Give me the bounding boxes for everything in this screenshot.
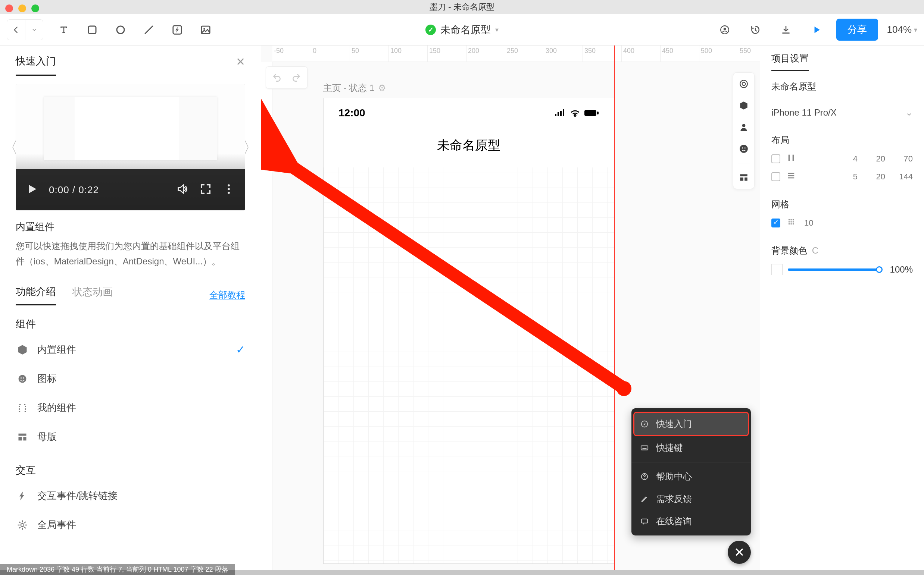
- zoom-level[interactable]: 104%▾: [887, 24, 918, 35]
- undo-button[interactable]: [268, 69, 285, 86]
- download-icon[interactable]: [775, 19, 797, 41]
- help-item-shortcuts[interactable]: 快捷键: [631, 437, 751, 459]
- circle-tool-button[interactable]: [110, 19, 131, 41]
- list-item-builtin[interactable]: 内置组件 ✓: [11, 335, 250, 364]
- ruler-tick: 350: [583, 46, 622, 62]
- redo-button[interactable]: [288, 69, 305, 86]
- svg-rect-42: [788, 178, 795, 179]
- svg-rect-14: [19, 437, 22, 440]
- help-item-quickstart[interactable]: 快速入门: [634, 413, 748, 435]
- back-menu-button[interactable]: [25, 20, 43, 40]
- bolt-icon: [16, 491, 29, 501]
- cube-icon[interactable]: [736, 98, 751, 113]
- more-icon[interactable]: [222, 183, 235, 197]
- ruler-tick: 500: [699, 46, 738, 62]
- section-interaction-title: 交互: [16, 464, 245, 477]
- svg-point-49: [789, 223, 790, 225]
- share-button[interactable]: 分享: [836, 19, 878, 41]
- layout-row-rows[interactable]: 5 20 144: [771, 172, 913, 182]
- help-item-chat[interactable]: 在线咨询: [631, 510, 751, 532]
- ruler-tick: 450: [661, 46, 699, 62]
- account-icon[interactable]: [714, 19, 736, 41]
- compass-icon: [640, 420, 649, 428]
- bgcolor-row[interactable]: 100%: [771, 264, 913, 275]
- list-item-icons[interactable]: 图标: [11, 364, 250, 393]
- checkbox-checked[interactable]: [771, 219, 780, 227]
- layout-row-columns[interactable]: 4 20 70: [771, 154, 913, 164]
- svg-rect-0: [88, 26, 96, 33]
- fullscreen-icon[interactable]: [199, 183, 212, 197]
- device-page-title: 未命名原型: [323, 128, 614, 167]
- list-item-global-event[interactable]: 全局事件: [11, 510, 250, 540]
- rectangle-tool-button[interactable]: [81, 19, 103, 41]
- back-button[interactable]: [7, 20, 25, 40]
- tab-feature-intro[interactable]: 功能介绍: [16, 285, 56, 305]
- guideline[interactable]: [614, 46, 615, 570]
- rpanel-project-name[interactable]: 未命名原型: [771, 81, 913, 92]
- image-tool-button[interactable]: [195, 19, 217, 41]
- svg-point-43: [789, 219, 790, 221]
- help-item-helpcenter[interactable]: 帮助中心: [631, 465, 751, 488]
- brackets-icon: [16, 403, 29, 413]
- svg-point-16: [21, 524, 24, 527]
- opacity-value: 100%: [890, 264, 913, 275]
- gear-icon[interactable]: ⚙: [378, 83, 386, 93]
- svg-rect-22: [597, 111, 599, 114]
- line-tool-button[interactable]: [138, 19, 160, 41]
- help-item-feedback[interactable]: 需求反馈: [631, 488, 751, 510]
- smile-icon[interactable]: [736, 141, 751, 156]
- value: 5: [837, 172, 857, 182]
- color-swatch[interactable]: [771, 264, 782, 275]
- gear-icon: [16, 520, 29, 530]
- list-item-my-components[interactable]: 我的组件: [11, 393, 250, 423]
- help-fab-close[interactable]: ✕: [728, 541, 751, 564]
- list-item-master[interactable]: 母版: [11, 423, 250, 451]
- rpanel-tab-project-settings[interactable]: 项目设置: [771, 52, 809, 71]
- play-button[interactable]: [806, 19, 827, 41]
- svg-point-45: [793, 219, 794, 221]
- svg-point-12: [23, 377, 24, 378]
- list-item-link-event[interactable]: 交互事件/跳转链接: [11, 481, 250, 510]
- right-panel: 项目设置 未命名原型 iPhone 11 Pro/X ⌄ 布局 4 20 70 …: [760, 46, 924, 570]
- project-title-area[interactable]: ✓ 未命名原型 ▾: [425, 23, 499, 37]
- list-item-label: 内置组件: [37, 343, 76, 356]
- device-frame[interactable]: 12:00 未命名原型: [323, 98, 614, 564]
- keyboard-icon: [640, 444, 649, 452]
- svg-point-7: [228, 184, 230, 186]
- target-icon[interactable]: [736, 76, 751, 91]
- video-play-icon[interactable]: [26, 183, 38, 197]
- grid-row[interactable]: 10: [771, 218, 913, 228]
- person-icon[interactable]: [736, 120, 751, 135]
- ruler-tick: 550: [738, 46, 760, 62]
- close-icon[interactable]: ✕: [236, 55, 245, 75]
- page-state-label[interactable]: 主页 - 状态 1 ⚙: [323, 82, 386, 94]
- feature-title: 内置组件: [16, 221, 245, 233]
- all-tutorials-link[interactable]: 全部教程: [209, 289, 245, 301]
- svg-point-8: [228, 188, 230, 190]
- help-item-label: 快捷键: [656, 442, 683, 454]
- layout-icon[interactable]: [736, 170, 751, 185]
- device-time: 12:00: [338, 107, 365, 119]
- minimize-window-icon[interactable]: [18, 5, 26, 12]
- rpanel-device-selector[interactable]: iPhone 11 Pro/X ⌄: [771, 107, 913, 118]
- help-item-label: 帮助中心: [656, 470, 692, 483]
- close-window-icon[interactable]: [5, 5, 13, 12]
- video-controls: 0:00 / 0:22: [16, 169, 245, 210]
- history-icon[interactable]: [744, 19, 766, 41]
- checkbox[interactable]: [771, 154, 780, 163]
- tab-state-animation[interactable]: 状态动画: [72, 285, 113, 305]
- text-tool-button[interactable]: [53, 19, 75, 41]
- bolt-tool-button[interactable]: [166, 19, 188, 41]
- svg-rect-13: [19, 433, 27, 435]
- video-next-button[interactable]: 〉: [243, 137, 258, 158]
- rows-icon: [787, 172, 795, 182]
- zoom-window-icon[interactable]: [31, 5, 39, 12]
- window-titlebar: 墨刀 - 未命名原型: [0, 0, 924, 14]
- tutorial-video[interactable]: 0:00 / 0:22: [16, 84, 245, 211]
- opacity-slider[interactable]: [788, 268, 879, 271]
- checkbox[interactable]: [771, 172, 780, 181]
- canvas-area[interactable]: -50050100150200250300350400450500550 主页 …: [261, 46, 760, 570]
- svg-rect-19: [560, 111, 562, 116]
- svg-rect-35: [642, 519, 648, 523]
- volume-icon[interactable]: [176, 183, 189, 197]
